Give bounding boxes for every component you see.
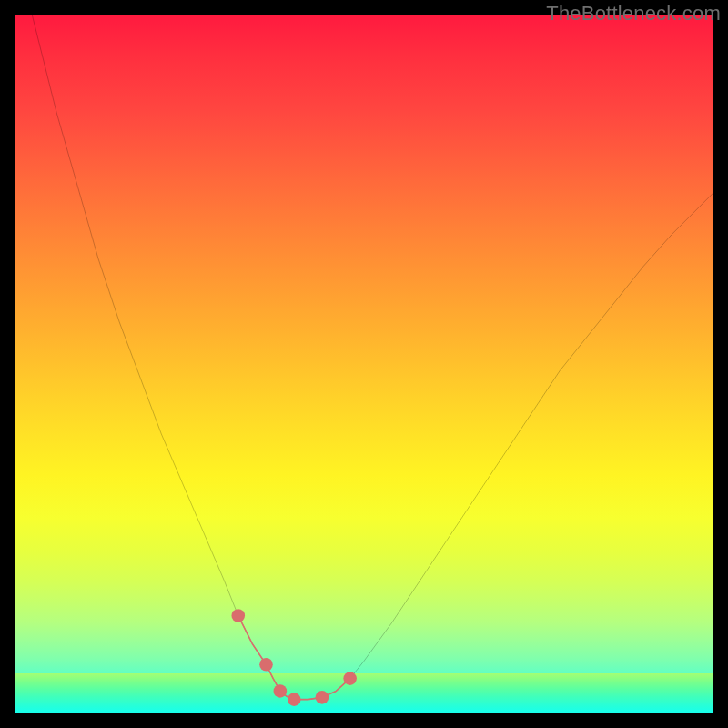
highlight-dot — [274, 684, 288, 698]
chart-frame: TheBottleneck.com — [0, 0, 728, 728]
curve-svg — [15, 15, 713, 713]
watermark-text: TheBottleneck.com — [546, 2, 721, 25]
bottleneck-optimal-dots — [231, 609, 356, 706]
bottleneck-optimal-highlight — [238, 615, 350, 699]
highlight-dot — [231, 609, 245, 622]
bottleneck-curve — [15, 15, 713, 700]
highlight-dot — [316, 691, 329, 704]
plot-area — [15, 15, 713, 713]
highlight-dot — [288, 693, 301, 706]
highlight-dot — [343, 672, 357, 685]
highlight-dot — [259, 658, 273, 672]
